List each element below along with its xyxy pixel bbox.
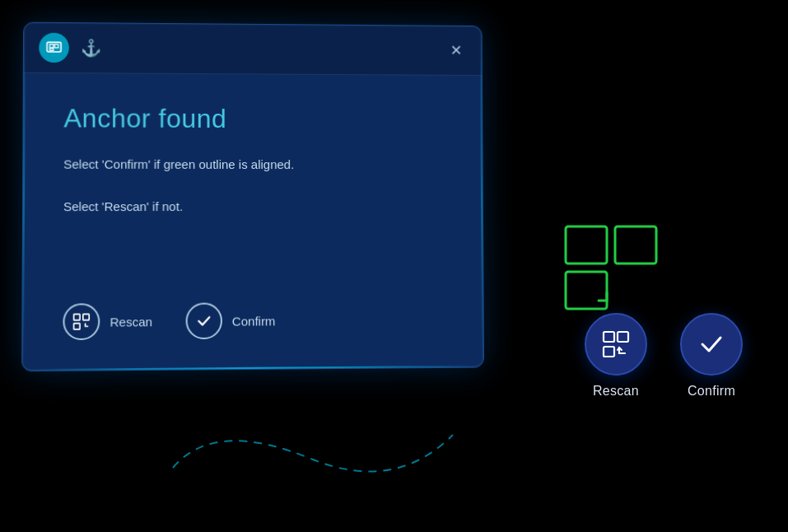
rescan-icon-floating	[601, 329, 631, 359]
rescan-circle-floating	[585, 313, 647, 376]
panel-titlebar: ⚓ ✕	[24, 23, 482, 76]
floating-controls: Rescan Confirm	[585, 313, 743, 399]
panel-title: Anchor found	[63, 103, 443, 135]
svg-rect-9	[566, 272, 607, 309]
confirm-label-panel: Confirm	[232, 314, 276, 328]
confirm-label-floating: Confirm	[688, 384, 735, 399]
svg-rect-3	[49, 49, 53, 51]
confirm-button-floating[interactable]: Confirm	[680, 313, 743, 399]
close-button[interactable]: ✕	[445, 39, 468, 62]
panel-actions: Rescan Confirm	[63, 302, 275, 340]
rescan-label-panel: Rescan	[110, 315, 152, 329]
confirm-button-panel[interactable]: Confirm	[185, 302, 275, 339]
anchor-found-panel: ⚓ ✕ Anchor found Select 'Confirm' if gre…	[21, 22, 484, 372]
svg-rect-10	[604, 332, 614, 342]
scan-grid-visual	[562, 222, 660, 313]
panel-desc-line1: Select 'Confirm' if green outline is ali…	[63, 157, 294, 171]
scan-grid-svg	[562, 222, 660, 313]
svg-rect-0	[47, 42, 61, 52]
panel-description: Select 'Confirm' if green outline is ali…	[63, 154, 444, 217]
svg-rect-11	[618, 332, 628, 342]
svg-rect-5	[83, 314, 89, 320]
dashed-arc	[165, 410, 461, 476]
confirm-circle	[185, 303, 221, 340]
rescan-circle	[63, 303, 100, 340]
anchor-icon: ⚓	[81, 38, 101, 58]
svg-rect-8	[615, 226, 656, 264]
svg-rect-2	[54, 44, 58, 48]
svg-rect-1	[50, 44, 54, 48]
panel-icon-circle	[39, 33, 69, 63]
rescan-button-panel[interactable]: Rescan	[63, 303, 152, 340]
confirm-icon-floating	[697, 329, 726, 359]
rescan-label-floating: Rescan	[593, 384, 639, 399]
rescan-icon-panel	[72, 312, 91, 330]
svg-rect-4	[74, 314, 81, 320]
titlebar-left: ⚓	[39, 33, 101, 63]
confirm-icon-panel	[195, 312, 213, 330]
rescan-button-floating[interactable]: Rescan	[585, 313, 647, 399]
svg-rect-7	[566, 226, 607, 264]
panel-desc-line2: Select 'Rescan' if not.	[63, 199, 183, 213]
display-icon	[45, 40, 62, 56]
svg-rect-6	[74, 324, 81, 329]
panel-body: Anchor found Select 'Confirm' if green o…	[23, 73, 483, 217]
confirm-circle-floating	[680, 313, 743, 376]
svg-rect-12	[604, 347, 614, 357]
